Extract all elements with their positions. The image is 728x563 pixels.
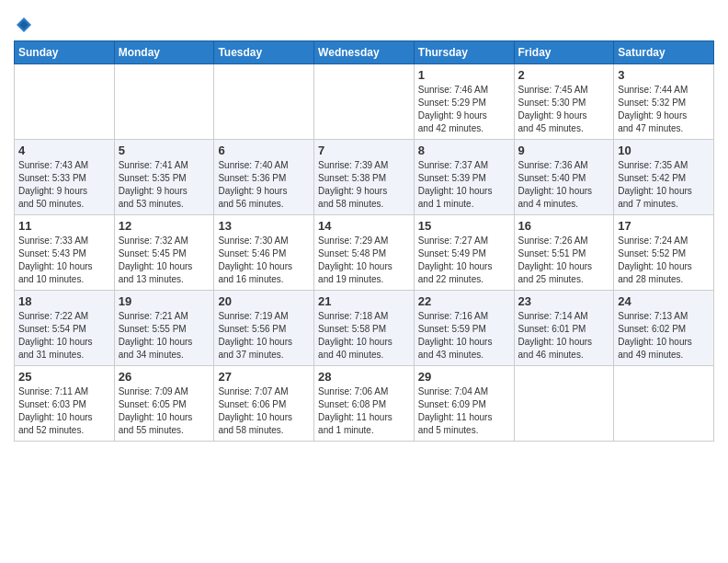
calendar-cell	[314, 64, 415, 140]
calendar-cell: 7Sunrise: 7:39 AM Sunset: 5:38 PM Daylig…	[314, 140, 415, 215]
calendar-cell: 13Sunrise: 7:30 AM Sunset: 5:46 PM Dayli…	[214, 215, 314, 291]
week-row-1: 1Sunrise: 7:46 AM Sunset: 5:29 PM Daylig…	[15, 64, 714, 140]
day-number: 24	[618, 294, 710, 308]
calendar-cell: 2Sunrise: 7:45 AM Sunset: 5:30 PM Daylig…	[514, 64, 614, 140]
day-number: 14	[318, 219, 410, 233]
day-number: 10	[618, 144, 710, 157]
calendar-cell: 9Sunrise: 7:36 AM Sunset: 5:40 PM Daylig…	[514, 140, 614, 215]
day-number: 18	[18, 294, 110, 308]
day-number: 1	[418, 68, 510, 82]
calendar-cell	[214, 64, 314, 140]
header	[14, 9, 714, 33]
day-info: Sunrise: 7:40 AM Sunset: 5:36 PM Dayligh…	[218, 159, 310, 211]
calendar-cell: 6Sunrise: 7:40 AM Sunset: 5:36 PM Daylig…	[214, 140, 314, 215]
day-number: 17	[618, 219, 710, 233]
calendar-cell: 24Sunrise: 7:13 AM Sunset: 6:02 PM Dayli…	[614, 291, 714, 366]
day-number: 13	[218, 219, 310, 233]
calendar-cell	[114, 64, 214, 140]
day-info: Sunrise: 7:35 AM Sunset: 5:42 PM Dayligh…	[618, 159, 710, 211]
day-info: Sunrise: 7:18 AM Sunset: 5:58 PM Dayligh…	[318, 310, 410, 362]
calendar-cell: 8Sunrise: 7:37 AM Sunset: 5:39 PM Daylig…	[414, 140, 514, 215]
day-number: 27	[218, 370, 310, 384]
days-header-row: SundayMondayTuesdayWednesdayThursdayFrid…	[15, 41, 714, 64]
calendar-cell: 21Sunrise: 7:18 AM Sunset: 5:58 PM Dayli…	[314, 291, 415, 366]
day-header-saturday: Saturday	[614, 41, 714, 64]
day-info: Sunrise: 7:46 AM Sunset: 5:29 PM Dayligh…	[418, 84, 510, 135]
calendar-cell: 27Sunrise: 7:07 AM Sunset: 6:06 PM Dayli…	[214, 366, 314, 442]
calendar-cell: 4Sunrise: 7:43 AM Sunset: 5:33 PM Daylig…	[15, 140, 115, 215]
calendar-cell: 18Sunrise: 7:22 AM Sunset: 5:54 PM Dayli…	[15, 291, 115, 366]
calendar-cell: 17Sunrise: 7:24 AM Sunset: 5:52 PM Dayli…	[614, 215, 714, 291]
day-number: 15	[418, 219, 510, 233]
day-header-friday: Friday	[514, 41, 614, 64]
day-number: 26	[119, 370, 210, 384]
day-number: 3	[618, 68, 710, 82]
day-info: Sunrise: 7:36 AM Sunset: 5:40 PM Dayligh…	[518, 159, 610, 211]
calendar-cell	[614, 366, 714, 442]
day-number: 9	[518, 144, 610, 157]
calendar-cell: 20Sunrise: 7:19 AM Sunset: 5:56 PM Dayli…	[214, 291, 314, 366]
day-info: Sunrise: 7:21 AM Sunset: 5:55 PM Dayligh…	[119, 310, 210, 362]
week-row-4: 18Sunrise: 7:22 AM Sunset: 5:54 PM Dayli…	[15, 291, 714, 366]
day-info: Sunrise: 7:09 AM Sunset: 6:05 PM Dayligh…	[119, 385, 210, 437]
week-row-2: 4Sunrise: 7:43 AM Sunset: 5:33 PM Daylig…	[15, 140, 714, 215]
day-info: Sunrise: 7:11 AM Sunset: 6:03 PM Dayligh…	[18, 385, 110, 437]
day-number: 6	[218, 144, 310, 157]
day-info: Sunrise: 7:07 AM Sunset: 6:06 PM Dayligh…	[218, 385, 310, 437]
day-info: Sunrise: 7:26 AM Sunset: 5:51 PM Dayligh…	[518, 235, 610, 286]
day-header-tuesday: Tuesday	[214, 41, 314, 64]
day-info: Sunrise: 7:19 AM Sunset: 5:56 PM Dayligh…	[218, 310, 310, 362]
day-info: Sunrise: 7:44 AM Sunset: 5:32 PM Dayligh…	[618, 84, 710, 135]
calendar-cell: 3Sunrise: 7:44 AM Sunset: 5:32 PM Daylig…	[614, 64, 714, 140]
day-number: 5	[119, 144, 210, 157]
day-info: Sunrise: 7:41 AM Sunset: 5:35 PM Dayligh…	[119, 159, 210, 211]
day-info: Sunrise: 7:24 AM Sunset: 5:52 PM Dayligh…	[618, 235, 710, 286]
day-number: 2	[518, 68, 610, 82]
day-number: 8	[418, 144, 510, 157]
calendar-cell: 14Sunrise: 7:29 AM Sunset: 5:48 PM Dayli…	[314, 215, 415, 291]
day-number: 28	[318, 370, 410, 384]
calendar-table: SundayMondayTuesdayWednesdayThursdayFrid…	[14, 40, 714, 442]
calendar-cell: 23Sunrise: 7:14 AM Sunset: 6:01 PM Dayli…	[514, 291, 614, 366]
day-info: Sunrise: 7:33 AM Sunset: 5:43 PM Dayligh…	[18, 235, 110, 286]
calendar-cell: 15Sunrise: 7:27 AM Sunset: 5:49 PM Dayli…	[414, 215, 514, 291]
calendar-cell: 5Sunrise: 7:41 AM Sunset: 5:35 PM Daylig…	[114, 140, 214, 215]
day-info: Sunrise: 7:14 AM Sunset: 6:01 PM Dayligh…	[518, 310, 610, 362]
week-row-3: 11Sunrise: 7:33 AM Sunset: 5:43 PM Dayli…	[15, 215, 714, 291]
day-number: 29	[418, 370, 510, 384]
day-number: 7	[318, 144, 410, 157]
calendar-cell: 11Sunrise: 7:33 AM Sunset: 5:43 PM Dayli…	[15, 215, 115, 291]
week-row-5: 25Sunrise: 7:11 AM Sunset: 6:03 PM Dayli…	[15, 366, 714, 442]
calendar-cell: 12Sunrise: 7:32 AM Sunset: 5:45 PM Dayli…	[114, 215, 214, 291]
day-number: 25	[18, 370, 110, 384]
day-number: 21	[318, 294, 410, 308]
calendar-cell: 1Sunrise: 7:46 AM Sunset: 5:29 PM Daylig…	[414, 64, 514, 140]
day-number: 23	[518, 294, 610, 308]
day-number: 11	[18, 219, 110, 233]
calendar-cell	[15, 64, 115, 140]
day-info: Sunrise: 7:43 AM Sunset: 5:33 PM Dayligh…	[18, 159, 110, 211]
day-info: Sunrise: 7:22 AM Sunset: 5:54 PM Dayligh…	[18, 310, 110, 362]
day-number: 20	[218, 294, 310, 308]
calendar-cell: 26Sunrise: 7:09 AM Sunset: 6:05 PM Dayli…	[114, 366, 214, 442]
calendar-cell: 28Sunrise: 7:06 AM Sunset: 6:08 PM Dayli…	[314, 366, 415, 442]
day-info: Sunrise: 7:45 AM Sunset: 5:30 PM Dayligh…	[518, 84, 610, 135]
day-info: Sunrise: 7:39 AM Sunset: 5:38 PM Dayligh…	[318, 159, 410, 211]
day-info: Sunrise: 7:30 AM Sunset: 5:46 PM Dayligh…	[218, 235, 310, 286]
logo	[14, 17, 34, 33]
day-number: 4	[18, 144, 110, 157]
day-info: Sunrise: 7:37 AM Sunset: 5:39 PM Dayligh…	[418, 159, 510, 211]
day-info: Sunrise: 7:32 AM Sunset: 5:45 PM Dayligh…	[119, 235, 210, 286]
calendar-cell: 25Sunrise: 7:11 AM Sunset: 6:03 PM Dayli…	[15, 366, 115, 442]
day-number: 22	[418, 294, 510, 308]
logo-flag-icon	[16, 17, 32, 33]
calendar-cell: 10Sunrise: 7:35 AM Sunset: 5:42 PM Dayli…	[614, 140, 714, 215]
day-info: Sunrise: 7:29 AM Sunset: 5:48 PM Dayligh…	[318, 235, 410, 286]
day-info: Sunrise: 7:13 AM Sunset: 6:02 PM Dayligh…	[618, 310, 710, 362]
calendar-cell: 16Sunrise: 7:26 AM Sunset: 5:51 PM Dayli…	[514, 215, 614, 291]
day-info: Sunrise: 7:04 AM Sunset: 6:09 PM Dayligh…	[418, 385, 510, 437]
day-header-monday: Monday	[114, 41, 214, 64]
calendar-cell: 19Sunrise: 7:21 AM Sunset: 5:55 PM Dayli…	[114, 291, 214, 366]
day-header-thursday: Thursday	[414, 41, 514, 64]
day-header-wednesday: Wednesday	[314, 41, 415, 64]
